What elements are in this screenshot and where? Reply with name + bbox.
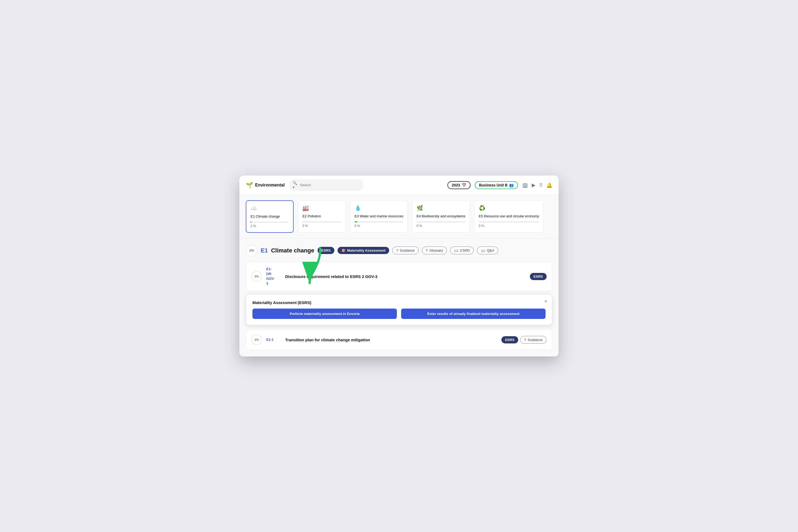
materiality-assessment-button[interactable]: 🎯 Materiality Assessment	[338, 247, 389, 254]
nav-icons: 🏢 ▶ ⠿ 🔔	[522, 182, 552, 188]
card-e3-icon: 💧	[355, 205, 403, 211]
qa-book-icon: 📖	[481, 248, 485, 252]
card-e2-title: E2 Pollution	[302, 214, 341, 218]
business-unit-badge[interactable]: Business Unit B 👥	[475, 181, 518, 189]
row-code: E1-DRGOV3	[266, 267, 281, 286]
business-unit-label: Business Unit B	[479, 183, 508, 187]
card-e4-icon: 🌿	[417, 205, 466, 211]
building-icon[interactable]: 🏢	[522, 182, 528, 188]
card-e5[interactable]: ♻️ E5 Resource use and circular economy …	[474, 200, 544, 233]
card-e2-progress-bg	[302, 221, 341, 222]
glossary-question-icon: ?	[426, 248, 428, 252]
last-row-guidance-badge[interactable]: ? Guidance	[520, 336, 547, 344]
year-label: 2023	[452, 183, 460, 187]
card-e1-progress-bg	[251, 222, 289, 223]
card-e4-title: E4 Biodiversity and ecosystems	[417, 214, 466, 218]
card-e1-progress-fill	[251, 222, 251, 223]
card-e2-icon: 🏭	[302, 205, 341, 211]
disclosure-row: 0% E1-DRGOV3 Disclosure requirement rela…	[246, 262, 552, 291]
modal-buttons: Perform materiality assessment in Envori…	[252, 308, 546, 319]
section-title: Climate change	[271, 247, 315, 254]
row-esrs-badge[interactable]: ESRS	[530, 273, 547, 280]
calendar-icon: 📅	[462, 183, 466, 187]
main-content: 2% E1 Climate change ESRS 🎯 Materiality …	[240, 238, 558, 357]
card-e2[interactable]: 🏭 E2 Pollution 0 %	[298, 200, 346, 233]
card-e4-progress-bg	[417, 221, 466, 222]
section-header: 2% E1 Climate change ESRS 🎯 Materiality …	[246, 245, 552, 256]
card-e3[interactable]: 💧 E3 Water and marine resources 6 %	[350, 200, 408, 233]
search-bar[interactable]: 🔍▾	[289, 179, 363, 191]
logo-area: 🌱 Environmental	[246, 182, 285, 189]
people-icon: 👥	[509, 183, 514, 187]
materiality-modal: Materiality Assessment (ESRS) × Perform …	[246, 294, 552, 325]
esrs-badge[interactable]: ESRS	[318, 247, 334, 254]
section-percent-circle: 2%	[246, 245, 258, 256]
section-code: E1	[261, 247, 268, 254]
last-row: 0% E1-1 Transition plan for climate chan…	[246, 329, 552, 350]
perform-assessment-button[interactable]: Perform materiality assessment in Envori…	[252, 308, 397, 319]
last-row-esrs-badge[interactable]: ESRS	[501, 336, 518, 343]
arrow-icon[interactable]: ▶	[532, 182, 535, 188]
cards-row: ☁️ E1 Climate change 2 % 🏭 E2 Pollution …	[240, 195, 558, 238]
logo-icon: 🌱	[246, 182, 253, 189]
last-row-percent-circle: 0%	[251, 334, 262, 345]
card-e1-icon: ☁️	[251, 205, 289, 211]
card-e1-title: E1 Climate change	[251, 214, 289, 219]
card-e5-title: E5 Resource use and circular economy	[479, 214, 539, 218]
notification-icon[interactable]: 🔔	[546, 182, 552, 188]
last-row-guidance-icon: ?	[524, 338, 526, 342]
card-e4-percent: 0 %	[417, 224, 466, 228]
card-e4[interactable]: 🌿 E4 Biodiversity and ecosystems 0 %	[412, 200, 470, 233]
row-percent-circle: 0%	[251, 271, 262, 282]
modal-title: Materiality Assessment (ESRS)	[252, 300, 546, 305]
last-row-title: Transition plan for climate change mitig…	[285, 338, 497, 342]
last-row-badges: ESRS ? Guidance	[501, 336, 547, 344]
card-e5-progress-bg	[479, 221, 539, 222]
card-e3-percent: 6 %	[355, 224, 403, 228]
card-e3-title: E3 Water and marine resources	[355, 214, 403, 218]
qa-tab[interactable]: 📖 Q&A	[477, 247, 498, 254]
card-e3-progress-bg	[355, 221, 403, 222]
card-e5-percent: 0 %	[479, 224, 539, 228]
year-badge[interactable]: 2023 📅	[448, 181, 470, 189]
card-e1-percent: 2 %	[251, 224, 289, 228]
browser-window: 🌱 Environmental 🔍▾ 2023 📅 Business Unit …	[240, 175, 558, 357]
search-icon: 🔍▾	[292, 181, 298, 189]
guidance-question-icon: ?	[396, 248, 398, 252]
card-e1[interactable]: ☁️ E1 Climate change 2 %	[246, 200, 294, 233]
card-e5-icon: ♻️	[479, 205, 539, 211]
target-icon: 🎯	[341, 248, 345, 252]
hierarchy-icon[interactable]: ⠿	[539, 182, 543, 188]
card-e2-percent: 0 %	[302, 224, 341, 228]
search-input[interactable]	[300, 183, 360, 187]
last-row-code: E1-1	[266, 337, 281, 342]
modal-close-button[interactable]: ×	[544, 299, 547, 304]
csrd-book-icon: 📖	[454, 248, 458, 252]
guidance-tab[interactable]: ? Guidance	[392, 247, 419, 254]
enter-results-button[interactable]: Enter results of already finalized mater…	[401, 308, 546, 319]
csrd-tab[interactable]: 📖 CSRD	[450, 247, 474, 254]
top-nav: 🌱 Environmental 🔍▾ 2023 📅 Business Unit …	[240, 175, 558, 195]
row-title: Disclosure requirement related to ESRS 2…	[285, 274, 526, 279]
glossary-tab[interactable]: ? Glossary	[422, 247, 447, 254]
card-e3-progress-fill	[355, 221, 358, 222]
logo-text: Environmental	[255, 183, 285, 188]
row-badges: ESRS	[530, 273, 547, 280]
